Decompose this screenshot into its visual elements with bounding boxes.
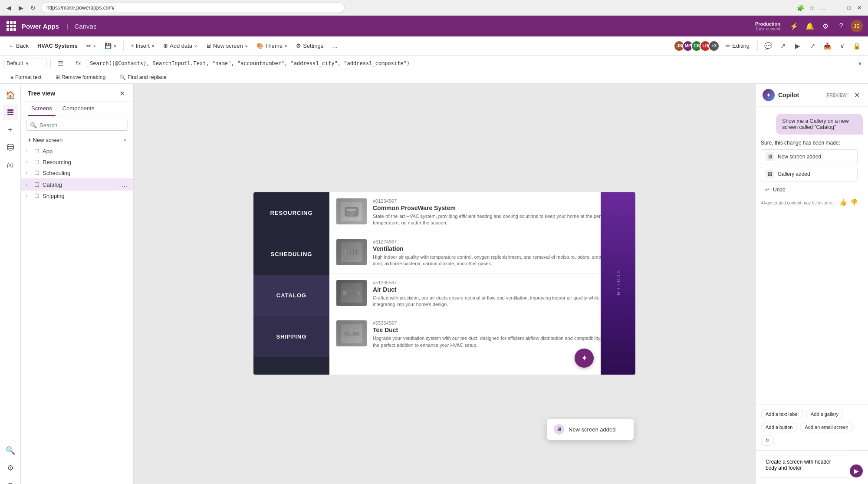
separator-2 [757, 41, 758, 51]
back-button[interactable]: ← Back [5, 41, 32, 51]
new-screen-btn[interactable]: 🖥 New screen ∨ [202, 41, 251, 51]
sidebar-layers-icon[interactable] [3, 105, 18, 120]
share-btn[interactable]: ↗ [777, 40, 789, 52]
product-info-2: #61274567 Ventilation High indoor air qu… [373, 239, 628, 267]
chevron-icon: › [26, 171, 31, 175]
formula-divider2 [70, 59, 70, 68]
waffle-menu[interactable] [5, 20, 17, 32]
sidebar-search-icon[interactable]: 🔍 [3, 443, 18, 458]
tab-components[interactable]: Components [59, 102, 98, 116]
product-item-4[interactable]: #55354567 Tee Duct Upgrade your ventilat… [329, 314, 635, 355]
close-btn[interactable]: ✕ [855, 3, 864, 12]
edit-icon-btn[interactable]: ✏ ∨ [83, 41, 99, 51]
copilot-input[interactable]: Create a screen with header body and foo… [761, 455, 847, 477]
nav-catalog[interactable]: CATALOG [253, 275, 329, 316]
undo-btn[interactable]: ↩ Undo [761, 184, 858, 195]
help-btn[interactable]: ? [835, 20, 847, 32]
sidebar-settings-bottom-icon[interactable]: ⚙ [3, 460, 18, 476]
copilot-send-btn[interactable]: ▶ [850, 464, 863, 477]
hamburger-btn[interactable]: ☰ [54, 57, 66, 69]
thumbdown-btn[interactable]: 👎 [850, 199, 858, 206]
product-item-2[interactable]: #61274567 Ventilation High indoor air qu… [329, 233, 635, 274]
svg-point-3 [7, 144, 13, 147]
favorites-btn[interactable]: ☆ [807, 3, 816, 12]
tree-item-catalog[interactable]: › ☐ Catalog … [21, 178, 133, 191]
new-screen-btn[interactable]: + New screen ∨ [21, 134, 133, 146]
theme-btn[interactable]: 🎨 Theme ∨ [253, 41, 291, 51]
save-btn[interactable]: 💾 ∨ [101, 41, 120, 51]
formula-dropdown[interactable]: Default ∨ [3, 59, 47, 68]
nav-shipping[interactable]: SHIPPING [253, 316, 329, 357]
maximize-btn[interactable]: □ [845, 3, 853, 12]
canvas-frame[interactable]: RESOURCING SCHEDULING CATALOG SHIPPING [253, 192, 635, 375]
user-avatar[interactable]: JS [851, 20, 863, 32]
address-bar[interactable]: https://make.powerapps.com/ [41, 3, 345, 13]
settings-btn[interactable]: ⚙ [819, 20, 832, 32]
suggestion-refresh[interactable]: ↻ [761, 435, 774, 446]
lock-btn[interactable]: 🔒 [851, 40, 863, 52]
tree-item-app[interactable]: › ☐ App [21, 146, 133, 157]
sidebar-insert-icon[interactable]: + [3, 122, 18, 138]
settings-toolbar-btn[interactable]: ⚙ Settings [293, 41, 327, 51]
notification-bell[interactable]: 🔔 [804, 20, 816, 32]
minimize-btn[interactable]: ─ [834, 3, 843, 12]
browser-back[interactable]: ◀ [4, 3, 13, 12]
extensions-btn[interactable]: 🧩 [796, 3, 805, 12]
environment-info[interactable]: Production Environment [755, 21, 780, 31]
insert-btn[interactable]: + Insert ∨ [127, 41, 158, 51]
nav-resourcing[interactable]: RESOURCING [253, 192, 329, 234]
nav-scheduling[interactable]: SCHEDULING [253, 234, 329, 275]
power-btn[interactable]: ⚡ [788, 20, 800, 32]
copilot-input-area: Create a screen with header body and foo… [756, 450, 868, 482]
svg-rect-0 [7, 109, 13, 111]
suggestion-gallery[interactable]: Add a gallery [806, 409, 843, 419]
browser-actions: 🧩 ☆ … [796, 3, 827, 12]
publish-btn[interactable]: 📤 [821, 40, 833, 52]
product-id-3: #51235567 [373, 280, 628, 285]
product-id-4: #55354567 [373, 320, 628, 326]
format-text-btn[interactable]: ≡ Format text [7, 72, 45, 82]
product-name-4: Tee Duct [373, 326, 628, 333]
play-btn[interactable]: ▶ [792, 40, 804, 52]
tree-item-scheduling[interactable]: › ☐ Scheduling [21, 168, 133, 178]
formula-input[interactable]: Search([@Contacts], SearchInput1.Text, "… [90, 60, 854, 66]
app-name-btn[interactable]: HVAC Systems [34, 41, 81, 51]
preview-btn[interactable]: ⤢ [806, 40, 819, 52]
tree-close-btn[interactable]: ✕ [118, 89, 126, 98]
sidebar-home-icon[interactable]: 🏠 [3, 87, 18, 103]
product-thumb-4 [336, 320, 367, 346]
more-icon[interactable]: … [121, 181, 128, 188]
comment-btn[interactable]: 💬 [762, 40, 774, 52]
browser-more-btn[interactable]: … [819, 3, 827, 12]
sidebar-plugin-icon[interactable]: ⊕ [3, 477, 18, 484]
sidebar-variable-icon[interactable]: (x) [3, 157, 18, 172]
copilot-fab[interactable]: ✦ [575, 349, 594, 368]
sidebar-data-icon[interactable] [3, 139, 18, 155]
change-item-gallery[interactable]: ⊞ Gallery added [761, 167, 858, 181]
add-data-btn[interactable]: ⊕ Add data ∨ [160, 41, 201, 51]
formula-bar: Default ∨ ☰ f x Search([@Contacts], Sear… [0, 56, 868, 71]
change-item-new-screen[interactable]: 🖥 New screen added [761, 149, 858, 164]
tree-item-shipping[interactable]: › ☐ Shipping [21, 191, 133, 201]
suggestion-button[interactable]: Add a button [761, 422, 797, 432]
tree-item-resourcing[interactable]: › ☐ Resourcing [21, 157, 133, 168]
suggestion-text-label[interactable]: Add a text label [761, 409, 803, 419]
tab-screens[interactable]: Screens [28, 102, 56, 116]
find-replace-btn[interactable]: 🔍 Find and replace [116, 72, 170, 82]
suggestion-email-screen[interactable]: Add an email screen [800, 422, 853, 432]
more-toolbar-btn[interactable]: … [329, 41, 341, 51]
browser-refresh[interactable]: ↻ [29, 3, 37, 12]
chevron-down-icon: ∨ [284, 43, 287, 48]
remove-formatting-btn[interactable]: ⊞ Remove formatting [52, 72, 109, 82]
product-item-1[interactable]: #01234567 Common ProseWare System State-… [329, 192, 635, 233]
ai-disclaimer: AI-generated content may be incorrect 👍 … [761, 199, 858, 206]
product-item-3[interactable]: #51235567 Air Duct Crafted with precisio… [329, 274, 635, 315]
search-input[interactable] [39, 122, 124, 128]
svg-rect-2 [7, 114, 13, 115]
thumbup-btn[interactable]: 👍 [839, 199, 847, 206]
browser-forward[interactable]: ▶ [16, 3, 25, 12]
formula-expand-btn[interactable]: ∨ [856, 59, 865, 68]
copilot-close-btn[interactable]: ✕ [852, 91, 861, 99]
chevron-right-icon[interactable]: ∨ [836, 40, 848, 52]
avatar-extra[interactable]: +3 [708, 40, 720, 52]
